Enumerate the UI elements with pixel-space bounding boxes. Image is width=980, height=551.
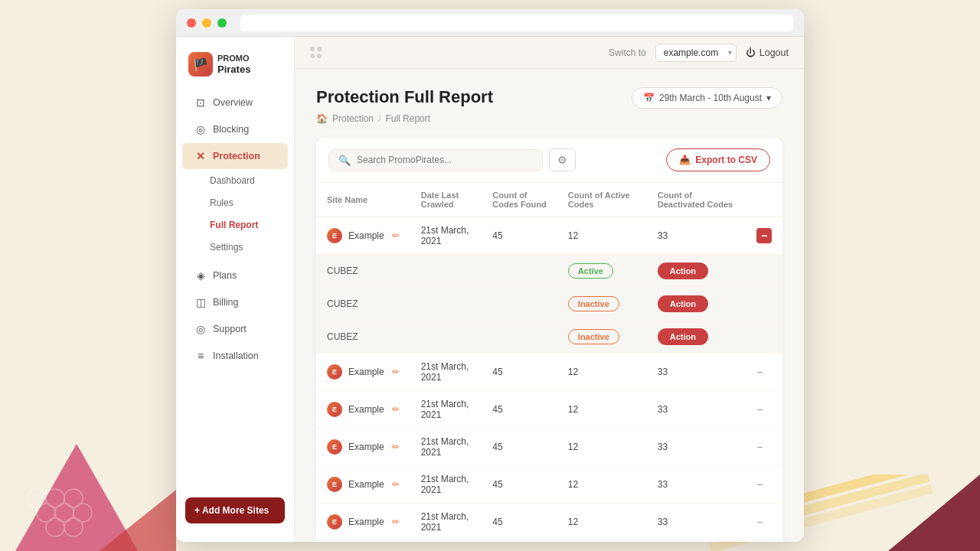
expand-row-button[interactable]: − bbox=[756, 366, 763, 378]
action-button[interactable]: Action bbox=[658, 295, 708, 312]
sidebar-item-support[interactable]: ◎ Support bbox=[182, 316, 288, 342]
close-button[interactable] bbox=[187, 18, 196, 28]
cell-deactivated-codes: 33 bbox=[647, 391, 746, 429]
edit-icon[interactable]: ✏ bbox=[392, 404, 400, 415]
search-wrap: 🔍 bbox=[328, 149, 543, 171]
cell-site-name: E Example ✏ bbox=[316, 217, 410, 255]
cell-codes-found: 45 bbox=[482, 541, 557, 543]
site-avatar: E bbox=[327, 364, 342, 380]
sidebar-item-billing[interactable]: ◫ Billing bbox=[182, 289, 288, 315]
export-icon: 📥 bbox=[679, 155, 691, 165]
billing-icon: ◫ bbox=[194, 296, 207, 308]
search-icon: 🔍 bbox=[338, 155, 351, 166]
edit-icon[interactable]: ✏ bbox=[392, 230, 400, 241]
sub-cell-status: Inactive bbox=[557, 288, 647, 321]
cell-codes-found: 45 bbox=[482, 391, 557, 429]
sub-cell-empty2 bbox=[746, 288, 782, 321]
svg-point-3 bbox=[55, 504, 74, 522]
cell-expand: − bbox=[746, 504, 782, 541]
svg-point-2 bbox=[37, 504, 55, 522]
sub-cell-empty1 bbox=[482, 255, 557, 288]
filter-button[interactable]: ⚙ bbox=[549, 148, 576, 171]
support-label: Support bbox=[213, 324, 247, 334]
table-row: E Example ✏ 21st March, 2021 45 12 33 − bbox=[316, 466, 782, 504]
switch-to-label: Switch to bbox=[609, 47, 646, 58]
site-avatar: E bbox=[327, 402, 342, 417]
collapse-row-button[interactable]: − bbox=[756, 228, 772, 243]
maximize-button[interactable] bbox=[217, 18, 227, 28]
edit-icon[interactable]: ✏ bbox=[392, 479, 400, 490]
cell-site-name: E Example ✏ bbox=[316, 391, 410, 429]
breadcrumb-separator: / bbox=[378, 113, 381, 124]
col-active-codes: Count of Active Codes bbox=[557, 183, 647, 217]
main-content: Protection Full Report 📅 29th March - 10… bbox=[295, 69, 804, 542]
svg-marker-0 bbox=[15, 444, 138, 551]
subnav-settings[interactable]: Settings bbox=[201, 236, 291, 258]
sub-table-row: CUBEZ Inactive Action bbox=[316, 321, 782, 354]
search-input[interactable] bbox=[357, 155, 533, 165]
site-name-text: Example bbox=[348, 442, 384, 452]
cell-codes-found: 45 bbox=[482, 429, 557, 466]
col-site-name: Site Name bbox=[316, 183, 410, 217]
logout-button[interactable]: ⏻ Logout bbox=[746, 47, 789, 58]
table-row: E Example ✏ 21st March, 2021 45 12 33 − bbox=[316, 504, 782, 541]
site-name-text: Example bbox=[348, 404, 384, 415]
cell-deactivated-codes: 33 bbox=[647, 466, 746, 504]
sub-cell-name: CUBEZ bbox=[316, 255, 482, 288]
logo: 🏴 PROMO Pirates bbox=[176, 46, 294, 89]
sidebar-item-blocking[interactable]: ◎ Blocking bbox=[182, 116, 288, 142]
edit-icon[interactable]: ✏ bbox=[392, 517, 400, 527]
svg-point-4 bbox=[46, 489, 64, 507]
calendar-icon: 📅 bbox=[643, 93, 655, 103]
svg-marker-13 bbox=[888, 474, 980, 551]
expand-row-button[interactable]: − bbox=[756, 478, 763, 491]
subnav-rules[interactable]: Rules bbox=[201, 192, 291, 214]
cell-site-name: E Example ✏ bbox=[316, 354, 410, 391]
add-sites-button[interactable]: + Add More Sites bbox=[185, 497, 285, 523]
cell-site-name: E Example ✏ bbox=[316, 429, 410, 466]
date-range-button[interactable]: 📅 29th March - 10th August ▾ bbox=[632, 87, 782, 109]
sidebar-item-installation[interactable]: ≡ Installation bbox=[182, 343, 288, 369]
edit-icon[interactable]: ✏ bbox=[392, 442, 400, 452]
cell-codes-found: 45 bbox=[482, 217, 557, 255]
sub-cell-name: CUBEZ bbox=[316, 321, 482, 354]
breadcrumb-protection[interactable]: Protection bbox=[332, 113, 374, 124]
sub-cell-action: Action bbox=[647, 255, 746, 288]
domain-selector[interactable]: example.com bbox=[655, 44, 737, 62]
sidebar-item-protection[interactable]: ✕ Protection bbox=[182, 143, 288, 169]
expand-row-button[interactable]: − bbox=[756, 516, 763, 528]
sidebar-item-overview[interactable]: ⊡ Overview bbox=[182, 90, 288, 116]
edit-icon[interactable]: ✏ bbox=[392, 367, 400, 377]
action-button[interactable]: Action bbox=[658, 262, 708, 279]
action-button[interactable]: Action bbox=[658, 328, 708, 345]
app-header: Switch to example.com ⏻ Logout bbox=[295, 37, 804, 69]
cell-date: 21st March, 2021 bbox=[410, 354, 482, 391]
installation-label: Installation bbox=[213, 350, 259, 361]
site-avatar: E bbox=[327, 439, 342, 455]
export-csv-button[interactable]: 📥 Export to CSV bbox=[666, 148, 770, 171]
cell-deactivated-codes: 33 bbox=[647, 354, 746, 391]
dashboard-label: Dashboard bbox=[210, 175, 255, 186]
expand-row-button[interactable]: − bbox=[756, 403, 763, 416]
cell-date: 21st March, 2021 bbox=[410, 466, 482, 504]
subnav-full-report[interactable]: Full Report bbox=[201, 214, 291, 236]
sub-cell-action: Action bbox=[647, 321, 746, 354]
sub-cell-action: Action bbox=[647, 288, 746, 321]
svg-point-6 bbox=[46, 518, 64, 536]
sub-cell-status: Active bbox=[557, 255, 647, 288]
blocking-icon: ◎ bbox=[194, 123, 207, 135]
domain-select[interactable]: example.com bbox=[655, 44, 737, 62]
billing-label: Billing bbox=[213, 297, 238, 308]
sidebar-item-plans[interactable]: ◈ Plans bbox=[182, 262, 288, 289]
minimize-button[interactable] bbox=[202, 18, 211, 28]
url-bar[interactable] bbox=[240, 15, 793, 31]
expand-row-button[interactable]: − bbox=[756, 441, 763, 453]
subnav-dashboard[interactable]: Dashboard bbox=[201, 170, 291, 191]
logo-bottom: Pirates bbox=[217, 64, 250, 75]
cell-date: 21st March, 2021 bbox=[410, 217, 482, 255]
table-row: E Example ✏ 21st March, 2021 45 12 33 − bbox=[316, 429, 782, 466]
logo-top: PROMO bbox=[217, 54, 250, 64]
protection-icon: ✕ bbox=[194, 150, 207, 162]
sub-table-row: CUBEZ Inactive Action bbox=[316, 288, 782, 321]
cell-active-codes: 12 bbox=[557, 504, 647, 541]
